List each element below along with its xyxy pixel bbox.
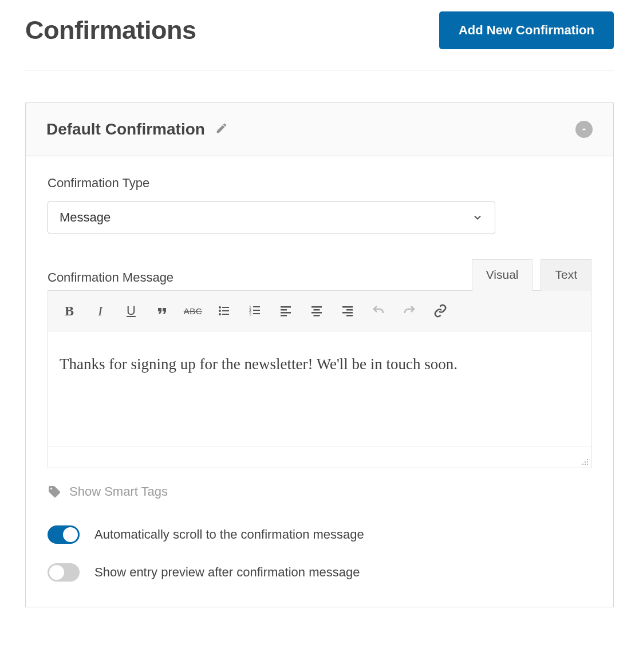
svg-rect-11 [253, 313, 260, 314]
svg-point-24 [587, 459, 588, 460]
link-button[interactable] [426, 297, 455, 325]
chevron-up-icon [579, 125, 589, 134]
tag-icon [48, 485, 61, 499]
confirmation-message-label: Confirmation Message [48, 270, 173, 285]
svg-rect-12 [281, 306, 291, 308]
bold-icon: B [65, 303, 74, 319]
svg-point-28 [585, 464, 586, 465]
entry-preview-toggle-row: Show entry preview after confirmation me… [48, 563, 591, 582]
align-left-icon [279, 304, 293, 318]
svg-point-2 [219, 313, 221, 315]
editor-content[interactable]: Thanks for signing up for the newsletter… [48, 331, 591, 446]
svg-point-26 [587, 461, 588, 463]
pencil-icon [215, 122, 228, 135]
svg-rect-9 [253, 306, 260, 307]
editor-tabs: Visual Text [472, 259, 591, 291]
undo-icon [372, 304, 385, 318]
show-smart-tags-label: Show Smart Tags [69, 484, 168, 499]
svg-rect-3 [222, 307, 229, 308]
resize-grip-icon[interactable] [579, 456, 589, 465]
tab-text[interactable]: Text [541, 259, 591, 291]
svg-rect-21 [346, 309, 353, 311]
svg-point-25 [585, 461, 586, 463]
link-icon [433, 304, 447, 318]
confirmation-type-select[interactable]: Message [48, 201, 495, 234]
svg-rect-22 [342, 312, 353, 314]
svg-rect-19 [314, 315, 320, 317]
numbered-list-button[interactable]: 123 [240, 297, 269, 325]
toggle-knob [49, 565, 64, 580]
redo-button[interactable] [395, 297, 424, 325]
panel-title: Default Confirmation [46, 120, 205, 139]
blockquote-button[interactable] [148, 297, 176, 325]
editor-header-row: Confirmation Message Visual Text [48, 259, 591, 291]
editor-toolbar: B I U ABC 123 [48, 291, 591, 331]
svg-rect-18 [311, 312, 322, 314]
svg-text:3: 3 [249, 312, 251, 316]
chevron-down-icon [472, 212, 483, 223]
underline-icon: U [127, 303, 136, 318]
entry-preview-toggle[interactable] [48, 563, 80, 582]
svg-rect-20 [342, 306, 353, 308]
align-center-button[interactable] [302, 297, 331, 325]
svg-rect-17 [314, 309, 320, 311]
align-right-icon [341, 304, 354, 318]
panel-header-left: Default Confirmation [46, 120, 228, 139]
redo-icon [403, 304, 416, 318]
svg-rect-16 [311, 306, 322, 308]
underline-button[interactable]: U [117, 297, 145, 325]
align-center-icon [310, 304, 324, 318]
autoscroll-label: Automatically scroll to the confirmation… [94, 527, 364, 542]
svg-rect-5 [222, 314, 229, 315]
svg-rect-4 [222, 310, 229, 311]
editor-footer [48, 446, 591, 468]
bulleted-list-button[interactable] [210, 297, 238, 325]
confirmation-type-value: Message [60, 210, 111, 225]
undo-button[interactable] [364, 297, 393, 325]
panel-header: Default Confirmation [26, 103, 613, 156]
editor-box: B I U ABC 123 [48, 290, 591, 468]
align-left-button[interactable] [271, 297, 300, 325]
panel-body: Confirmation Type Message Confirmation M… [26, 156, 613, 607]
autoscroll-toggle[interactable] [48, 525, 80, 544]
svg-rect-14 [281, 312, 291, 314]
toggle-knob [63, 527, 78, 542]
confirmation-panel: Default Confirmation Confirmation Type M… [25, 102, 614, 607]
bold-button[interactable]: B [55, 297, 84, 325]
bullet-list-icon [217, 304, 231, 318]
italic-button[interactable]: I [86, 297, 115, 325]
autoscroll-toggle-row: Automatically scroll to the confirmation… [48, 525, 591, 544]
svg-point-1 [219, 310, 221, 312]
svg-rect-10 [253, 310, 260, 311]
page-header: Confirmations Add New Confirmation [25, 11, 614, 70]
show-smart-tags-button[interactable]: Show Smart Tags [48, 484, 591, 499]
page-title: Confirmations [25, 15, 196, 45]
svg-rect-15 [281, 315, 287, 317]
quote-icon [155, 304, 169, 318]
numbered-list-icon: 123 [248, 304, 262, 318]
tab-visual[interactable]: Visual [472, 259, 533, 291]
confirmation-type-label: Confirmation Type [48, 176, 591, 191]
svg-rect-23 [346, 315, 353, 317]
collapse-panel-button[interactable] [575, 121, 593, 138]
svg-point-0 [219, 306, 221, 309]
align-right-button[interactable] [333, 297, 362, 325]
add-new-confirmation-button[interactable]: Add New Confirmation [439, 11, 614, 49]
italic-icon: I [98, 303, 102, 319]
entry-preview-label: Show entry preview after confirmation me… [94, 565, 360, 580]
svg-point-29 [587, 464, 588, 465]
svg-rect-13 [281, 309, 287, 311]
edit-title-button[interactable] [215, 122, 228, 137]
strikethrough-icon: ABC [184, 306, 202, 316]
svg-point-27 [582, 464, 583, 465]
strikethrough-button[interactable]: ABC [179, 297, 207, 325]
